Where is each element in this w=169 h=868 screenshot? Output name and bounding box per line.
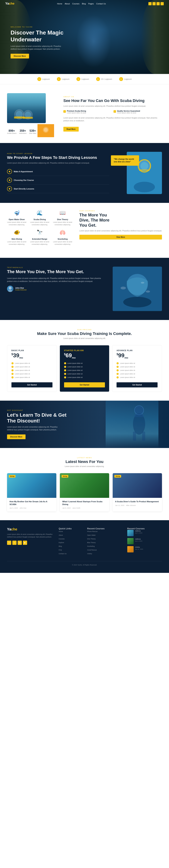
footer-bottom: © 2023 Yache. All Rights Reserved. — [7, 561, 162, 566]
nav-item[interactable]: Pages — [88, 2, 94, 5]
footer-social-tw[interactable]: t — [12, 540, 16, 545]
svg-rect-16 — [139, 169, 149, 171]
course-card[interactable]: 🤿Open Water DiverLorem ipsum dolor sit a… — [7, 210, 26, 226]
social-icon-4[interactable] — [161, 2, 164, 5]
discount-desc: Lorem ipsum dolor sit amet consectetur a… — [7, 426, 60, 431]
news-badge: Diving — [62, 475, 68, 477]
news-grid: Diving How My Brother Got Her Dream Job … — [7, 473, 162, 512]
footer-news-title: Address — [135, 530, 142, 532]
news-card[interactable]: Diving A Scuba Diver's Guide To Product … — [113, 473, 162, 512]
discount-cta-button[interactable]: Discover More — [7, 434, 26, 439]
social-icon-1[interactable] — [148, 2, 151, 5]
navbar-logo[interactable]: Yache — [5, 2, 14, 5]
logo-label: Logipsum — [81, 78, 89, 80]
footer-course-item[interactable]: Blue Theory — [87, 541, 122, 544]
step-item: Make A Appointment — [7, 167, 109, 176]
footer-link-item[interactable]: Courses — [59, 537, 82, 540]
footer-link-item[interactable]: Contact Us — [59, 552, 82, 555]
footer-course-item[interactable]: Phone Rescue — [87, 530, 122, 532]
news-image: Diving — [113, 473, 162, 498]
news-author: Mike Johnson — [126, 504, 136, 506]
pricing-feature: ✓Lorem ipsum dolor sit — [11, 362, 53, 365]
footer-link-item[interactable]: About — [59, 534, 82, 536]
check-icon: ✓ — [64, 366, 66, 368]
nav-item[interactable]: Blog — [82, 2, 86, 5]
feature-check: ✓ — [63, 110, 66, 113]
footer-news-item[interactable]: Artistry Jan 12, 2023 — [127, 546, 162, 552]
discount-label: GET DISCOUNT — [7, 409, 69, 411]
social-icon-2[interactable] — [153, 2, 156, 5]
plan-cta-button[interactable]: Get Started — [116, 382, 158, 388]
news-section: LATEST NEWS Latest News For You Lorem ip… — [0, 448, 169, 520]
course-icon: 🌊 — [36, 210, 43, 217]
news-date: Jan 5, 2023 — [9, 507, 18, 509]
footer-course-item[interactable]: Open Water — [87, 534, 122, 536]
svg-point-23 — [146, 290, 150, 293]
stat-label: Instructors — [19, 132, 27, 134]
plan-cta-button[interactable]: Get Started — [64, 382, 105, 388]
plan-label: Advance Plan — [116, 349, 158, 351]
courses-cta-button[interactable]: View More — [79, 235, 162, 240]
logo-item: LLogipsum — [76, 77, 89, 81]
news-body: A Scuba Diver's Guide To Product Managem… — [113, 498, 162, 508]
footer-social-yt[interactable]: ▶ — [23, 540, 27, 545]
logos-strip: LLogipsumLLogipsumLLogipsumL10+ Logipsum… — [0, 74, 169, 84]
discount-diver-svg — [123, 401, 155, 447]
footer-news-item[interactable]: Address Jan 8, 2023 — [127, 538, 162, 544]
footer-social-ig[interactable]: in — [18, 540, 22, 545]
feature-text: Premium Scuba DivingLorem ipsum dolor si… — [67, 110, 86, 114]
footer-link-item[interactable]: Explore — [59, 541, 82, 544]
social-icon-3[interactable] — [157, 2, 160, 5]
footer-news-info: Address Jan 8, 2023 — [135, 538, 142, 544]
stat-number: 359+ — [19, 129, 27, 132]
hero-cta-button[interactable]: Discover More — [10, 54, 29, 59]
footer-link-item[interactable]: Blog — [59, 545, 82, 547]
pricing-feature: ✓Lorem ipsum dolor sit — [64, 372, 105, 376]
news-card[interactable]: Diving How My Brother Got Her Dream Job … — [7, 473, 56, 512]
courses-left: 🤿Open Water DiverLorem ipsum dolor sit a… — [7, 210, 72, 251]
hero-section: WELCOME TO YACHE Discover The Magic Unde… — [0, 0, 169, 74]
footer-course-item[interactable]: Artistry — [87, 552, 122, 555]
logo-icon: L — [57, 77, 61, 81]
footer-news-item[interactable]: Address Jan 5, 2023 — [127, 530, 162, 536]
nav-item[interactable]: Contact Us — [96, 2, 106, 5]
pricing-feature: ✓Lorem ipsum dolor sit — [116, 365, 158, 369]
svg-point-26 — [135, 406, 144, 415]
check-icon: ✓ — [64, 376, 66, 378]
steps-desc: Lorem ipsum dolor sit amet consectetur a… — [7, 162, 109, 164]
step-text: Choosing Our Course — [14, 179, 34, 181]
course-name: Extended Range — [30, 238, 49, 240]
plan-price: $39/mo — [11, 352, 53, 359]
stat-number: 539+ — [29, 129, 36, 132]
how-far-section: 899+Scuba Divers359+Instructors539+Dive … — [0, 84, 169, 143]
nav-item[interactable]: Courses — [72, 2, 79, 5]
footer-social-fb[interactable]: f — [7, 540, 11, 545]
footer-course-item[interactable]: Coral Rescue — [87, 548, 122, 551]
course-card[interactable]: 📖Dive TheoryLorem ipsum dolor sit amet c… — [53, 210, 72, 226]
step-list: Make A AppointmentChoosing Our CourseSta… — [7, 167, 109, 193]
footer-course-item[interactable]: Snorkeling — [87, 545, 122, 547]
footer-link-item[interactable]: FAQ — [59, 548, 82, 551]
stat-item: 359+Instructors — [19, 129, 27, 134]
footer-social: f t in ▶ — [7, 540, 53, 545]
nav-item[interactable]: About — [65, 2, 70, 5]
plan-cta-button[interactable]: Get Started — [11, 382, 53, 388]
svg-rect-27 — [135, 414, 144, 417]
pricing-feature: ✓Lorem ipsum dolor sit — [64, 362, 105, 365]
news-card[interactable]: Diving What I Learned About Startups Fro… — [60, 473, 109, 512]
footer-news-title: Address — [135, 538, 142, 540]
discount-content: GET DISCOUNT Let's Learn To Dive & Get T… — [7, 409, 69, 439]
course-card[interactable]: 🐠Skin DivingLorem ipsum dolor sit amet c… — [7, 229, 26, 246]
course-card[interactable]: 🌊Scuba DivingLorem ipsum dolor sit amet … — [30, 210, 49, 226]
course-card[interactable]: 🫁SnorkelingLorem ipsum dolor sit amet co… — [53, 229, 72, 246]
check-icon: ✓ — [64, 362, 66, 364]
footer-courses-col: Recent Courses Phone RescueOpen WaterDiv… — [87, 527, 122, 556]
footer-link-item[interactable]: Home — [59, 530, 82, 532]
how-far-cta-button[interactable]: Read More — [63, 127, 79, 131]
footer-course-item[interactable]: Dive Theory — [87, 537, 122, 540]
nav-item[interactable]: Home — [57, 2, 62, 5]
plan-label: Started Plan 698 — [64, 349, 105, 351]
check-icon: ✓ — [116, 362, 119, 364]
course-card[interactable]: 🔭Extended RangeLorem ipsum dolor sit ame… — [30, 229, 49, 246]
footer-news-date: Jan 8, 2023 — [135, 540, 142, 542]
